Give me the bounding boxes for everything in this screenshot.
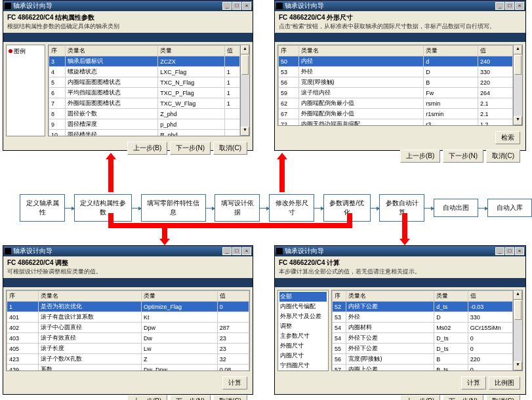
prev-button[interactable]: 上一步(B) [127,142,167,155]
scroll-thumb[interactable] [514,55,522,75]
table-row[interactable]: 8圆径嵌个数Z_phd [49,109,240,119]
cell[interactable] [224,109,239,119]
table-row[interactable]: 54外径下公差D_ts0 [333,333,513,344]
prev-button[interactable]: 上一步(B) [400,150,440,163]
cell[interactable]: 9 [49,119,66,130]
cell[interactable]: 55 [333,344,346,354]
cell[interactable]: 圆径嵌个数 [65,109,157,119]
cell[interactable]: 72 [279,119,299,127]
cell[interactable]: 内圈上公差 [346,365,434,372]
cell[interactable]: 滚子个数/X孔数 [39,354,142,365]
cell[interactable]: 是否为初次优化 [39,302,142,312]
cell[interactable]: 轴承后缀标识 [65,56,157,67]
min-button[interactable]: _ [495,247,504,255]
cell[interactable]: 3 [49,56,66,67]
list-item[interactable]: 调整 [279,321,327,331]
cancel-button[interactable]: 取消(C) [486,150,520,163]
scroll-up[interactable]: ▲ [514,290,522,300]
col-name[interactable]: 类量名 [346,291,434,302]
cell[interactable]: 滚子中心圆直径 [39,323,142,333]
titlebar[interactable]: 轴承设计向导 _ □ × [275,1,525,11]
table-row[interactable]: 5内圈端面图图槽状态TXC_N_Flag1 [49,77,240,88]
cell[interactable]: 4 [49,67,66,77]
scroll-down[interactable]: ▼ [514,361,522,370]
list-item[interactable]: 主参数尺寸 [279,331,327,341]
cell[interactable]: ZCZX [158,56,224,67]
col-val[interactable]: 值 [468,291,512,302]
table-row[interactable]: 72内圈无挡边端面并缩配r31.2 [279,119,513,127]
cell[interactable]: 23 [217,344,249,354]
prev-button[interactable]: 上一步(B) [400,395,440,400]
cell[interactable]: 402 [7,323,39,333]
cell[interactable]: B [434,354,468,365]
cell[interactable]: 0.08 [217,365,249,372]
min-button[interactable]: _ [495,2,504,10]
table-row[interactable]: 53外径D330 [279,67,513,77]
col-name[interactable]: 类量名 [298,46,424,56]
cell[interactable]: 7 [49,98,66,109]
cell[interactable]: B [424,77,478,88]
cell[interactable]: 内径下公差 [346,302,434,312]
cell[interactable]: TXC_W_Flag [158,98,224,109]
col-var[interactable]: 类量 [141,291,217,302]
table-row[interactable]: 50内径d240 [279,56,513,67]
table-row[interactable]: 3轴承后缀标识ZCZX [49,56,240,67]
cell[interactable]: 外径下公差 [346,344,434,354]
cell[interactable]: 1 [224,67,239,77]
params-table[interactable]: 序 类量名 类量 值 3轴承后缀标识ZCZX4螺旋槽状态LXC_Flag15内圈… [49,45,240,136]
close-button[interactable]: × [515,247,524,255]
cell[interactable] [224,130,239,137]
next-button[interactable]: 下一步(N) [443,395,483,400]
cell[interactable]: 宽度(即接触) [298,77,424,88]
cell[interactable]: 1 [7,302,39,312]
table-row[interactable]: 52内径下公差d_ts-0.03 [333,302,513,312]
cell[interactable]: 滚子组内径 [298,88,424,98]
table-row[interactable]: 423滚子个数/X孔数Z32 [7,354,249,365]
table-row[interactable]: 9圆径槽深度p_phd [49,119,240,130]
cell[interactable]: 圆径槽深度 [65,119,157,130]
col-name[interactable]: 类量名 [39,291,142,302]
cell[interactable]: GCr15SiMn [468,323,512,333]
cell[interactable]: Optimize_Flag [141,302,217,312]
col-val[interactable]: 值 [224,46,239,56]
cell[interactable]: 56 [333,354,346,365]
table-row[interactable]: 59滚子组内径Fw264 [279,88,513,98]
adjust-table[interactable]: 序 类量名 类量 值 1是否为初次优化Optimize_Flag0401滚子有盘… [7,290,249,371]
table-row[interactable]: 56宽度(即接触)B220 [279,77,513,88]
cell[interactable]: LXC_Flag [158,67,224,77]
cell[interactable]: 0 [217,302,249,312]
cell[interactable]: 外径下公差 [346,333,434,344]
cell[interactable]: Dpw [141,323,217,333]
cancel-button[interactable]: 取消(C) [213,142,247,155]
cell[interactable]: 220 [478,77,512,88]
cell[interactable]: 内圈端配倒角最小值 [298,98,424,109]
cell[interactable]: 系数 [39,365,142,372]
cell[interactable]: TXC_N_Flag [158,77,224,88]
cell[interactable]: 330 [478,67,512,77]
cell[interactable]: 外圈端配倒角最小值 [298,109,424,119]
table-row[interactable]: 7外圈端面图图槽状态TXC_W_Flag1 [49,98,240,109]
max-button[interactable]: □ [232,2,241,10]
cell[interactable]: R_phd [158,130,224,137]
cell[interactable]: 240 [478,56,512,67]
cell[interactable]: 220 [468,354,512,365]
list-item[interactable]: 外圈尺寸 [279,341,327,351]
calc-button[interactable]: 计算 [222,376,247,390]
cell[interactable]: 32 [217,354,249,365]
cell[interactable]: 0 [468,365,512,372]
cell[interactable]: 52 [333,302,346,312]
cell[interactable]: 6 [49,88,66,98]
cell[interactable]: 403 [7,333,39,344]
cancel-button[interactable]: 取消(C) [486,395,520,400]
col-var[interactable]: 类量 [158,46,224,56]
cell[interactable]: 0 [468,333,512,344]
list-item[interactable]: 类量计算 [279,370,327,371]
table-row[interactable]: 4螺旋槽状态LXC_Flag1 [49,67,240,77]
next-button[interactable]: 下一步(N) [170,395,211,400]
cell[interactable] [217,312,249,323]
cell[interactable]: 53 [279,67,299,77]
table-row[interactable]: 53外径D330 [333,312,513,323]
cell[interactable]: Dw_Dpw [141,365,217,372]
cell[interactable]: Fw [424,88,478,98]
cell[interactable]: 401 [7,312,39,323]
